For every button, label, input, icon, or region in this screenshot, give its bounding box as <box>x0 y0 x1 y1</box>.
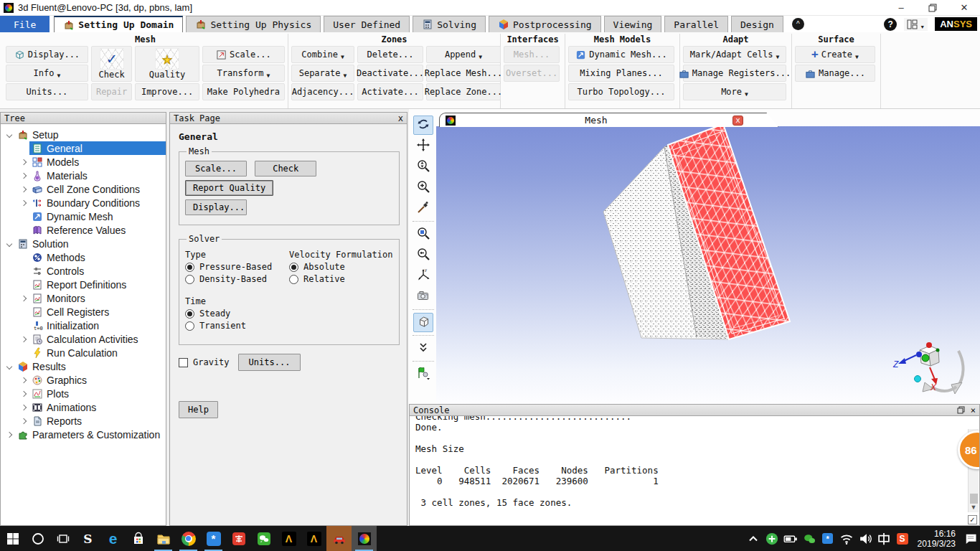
snapshot-button[interactable] <box>413 287 433 306</box>
units-button[interactable]: Units... <box>238 354 301 371</box>
tree-item-animations[interactable]: Animations <box>1 400 166 414</box>
layout-arrange-icon[interactable]: ▼ <box>904 18 928 31</box>
tray-battery-button[interactable] <box>781 532 800 546</box>
tray-tim-button[interactable]: * <box>819 533 837 544</box>
tray-360-button[interactable] <box>763 532 781 546</box>
adapt-more-button[interactable]: More▼ <box>683 83 786 100</box>
zones-deactivate-button[interactable]: Deactivate... <box>357 65 423 82</box>
expander-right-icon[interactable] <box>18 337 29 342</box>
mesh-check-button[interactable]: ✓Check <box>91 46 132 82</box>
tab-postprocessing[interactable]: Postprocessing <box>489 16 601 32</box>
density-based-radio[interactable]: Density-Based <box>185 274 289 284</box>
tree-item-reports[interactable]: Reports <box>1 414 166 428</box>
mesh-info-button[interactable]: Info▼ <box>6 65 88 82</box>
taskbar-explorer-button[interactable] <box>151 526 176 551</box>
tray-ime-zh-button[interactable] <box>875 532 893 546</box>
tray-wechat-button[interactable] <box>800 532 819 546</box>
relative-radio[interactable]: Relative <box>289 274 393 284</box>
scroll-down-icon[interactable]: ▼ <box>971 504 977 511</box>
taskbar-chrome-button[interactable] <box>176 526 201 551</box>
tab-file[interactable]: File <box>0 16 50 32</box>
taskbar-task-view-button[interactable] <box>50 526 75 551</box>
mesh-transform-button[interactable]: Transform▼ <box>202 65 285 82</box>
tab-user-defined[interactable]: User Defined <box>324 16 410 32</box>
surface-create-button[interactable]: +Create▼ <box>795 46 875 63</box>
taskbar-edge-button[interactable]: e <box>100 526 126 551</box>
close-button[interactable]: ✕ <box>948 0 980 15</box>
more-tools-button[interactable] <box>413 339 433 358</box>
tree-item-setup[interactable]: Setup <box>1 128 166 141</box>
pressure-based-radio[interactable]: Pressure-Based <box>185 262 289 272</box>
graphics-tab-mesh[interactable]: Mesh x <box>439 113 778 127</box>
transient-radio[interactable]: Transient <box>185 321 393 331</box>
tree-item-parameters-customization[interactable]: Parameters & Customization <box>1 428 166 441</box>
tray-notification-button[interactable] <box>961 532 980 546</box>
rotate-button[interactable] <box>413 116 433 135</box>
zones-replace-mesh-button[interactable]: Replace Mesh... <box>426 65 501 82</box>
mesh-units-button[interactable]: Units... <box>6 83 88 100</box>
manage-registers-button[interactable]: Manage Registers... <box>683 65 786 82</box>
tab-solving[interactable]: Solving <box>413 16 486 32</box>
tree-item-materials[interactable]: Materials <box>1 169 166 182</box>
report-quality-button[interactable]: Report Quality <box>185 180 273 196</box>
taskbar-start-button[interactable] <box>0 526 25 551</box>
tree-item-plots[interactable]: Plots <box>1 387 166 400</box>
taskbar-store-button[interactable] <box>126 526 151 551</box>
expander-right-icon[interactable] <box>18 174 29 178</box>
ribbon-collapse-icon[interactable]: ^ <box>792 18 804 30</box>
tray-wifi-button[interactable] <box>837 532 856 546</box>
expander-right-icon[interactable] <box>18 378 29 382</box>
tab-parallel[interactable]: Parallel <box>664 16 728 32</box>
tree-item-report-definitions[interactable]: Report Definitions <box>1 278 166 291</box>
zones-activate-button[interactable]: Activate... <box>357 83 423 100</box>
tree-item-run-calculation[interactable]: Run Calculation <box>1 346 166 359</box>
pan-button[interactable] <box>413 136 433 156</box>
tree-item-monitors[interactable]: Monitors <box>1 291 166 305</box>
orient-axes-button[interactable]: y <box>413 266 433 286</box>
zones-replace-zone-button[interactable]: Replace Zone... <box>426 83 501 100</box>
tree-item-initialization[interactable]: t=0Initialization <box>1 319 166 332</box>
tab-design[interactable]: Design <box>731 16 783 32</box>
zones-append-button[interactable]: Append▼ <box>426 46 501 63</box>
tree-item-models[interactable]: Models <box>1 155 166 169</box>
expander-right-icon[interactable] <box>18 187 29 192</box>
expander-right-icon[interactable] <box>18 405 29 410</box>
zoom-in-button[interactable] <box>413 178 433 197</box>
taskbar-s-app-button[interactable]: S <box>75 526 100 551</box>
scale-button[interactable]: Scale... <box>185 161 247 176</box>
check-button[interactable]: Check <box>255 161 316 176</box>
graphics-tab-close-icon[interactable]: x <box>732 116 743 126</box>
mesh-scale-button[interactable]: Scale... <box>202 46 285 63</box>
expander-right-icon[interactable] <box>18 392 29 396</box>
expander-right-icon[interactable] <box>18 419 29 423</box>
tree-item-cell-zone-conditions[interactable]: Cell Zone Conditions <box>1 182 166 196</box>
tree-item-general[interactable]: General <box>1 141 166 155</box>
tree-item-cell-registers[interactable]: Cell Registers <box>1 305 166 319</box>
taskbar-fluent-app-button[interactable] <box>352 526 377 551</box>
zoom-scroll-button[interactable] <box>413 157 433 176</box>
gravity-checkbox[interactable]: Gravity <box>179 357 230 367</box>
taskbar-youdao-button[interactable] <box>226 526 251 551</box>
zones-combine-button[interactable]: Combine▼ <box>291 46 354 63</box>
tray-up-button[interactable] <box>744 532 763 546</box>
probe-button[interactable] <box>413 199 433 218</box>
expander-right-icon[interactable] <box>4 433 15 437</box>
task-page-close-icon[interactable]: x <box>398 113 403 123</box>
tree-item-controls[interactable]: Controls <box>1 264 166 278</box>
help-icon[interactable]: ? <box>884 18 897 31</box>
expander-down-icon[interactable] <box>4 133 15 137</box>
expander-right-icon[interactable] <box>18 201 29 205</box>
expander-right-icon[interactable] <box>18 296 29 301</box>
perspective-box-button[interactable] <box>413 313 433 332</box>
console-close-icon[interactable]: × <box>971 405 976 415</box>
tree-item-dynamic-mesh[interactable]: Dynamic Mesh <box>1 209 166 223</box>
steady-radio[interactable]: Steady <box>185 309 393 319</box>
taskbar-clock[interactable]: 16:16 2019/3/23 <box>912 529 961 549</box>
zoom-fit-button[interactable] <box>413 225 433 244</box>
taskbar-car-preview-button[interactable] <box>326 526 352 551</box>
scroll-thumb[interactable] <box>970 494 978 504</box>
help-button[interactable]: Help <box>179 401 218 418</box>
restore-button[interactable] <box>917 0 948 15</box>
expander-down-icon[interactable] <box>4 364 15 369</box>
tree-item-reference-values[interactable]: Reference Values <box>1 223 166 237</box>
